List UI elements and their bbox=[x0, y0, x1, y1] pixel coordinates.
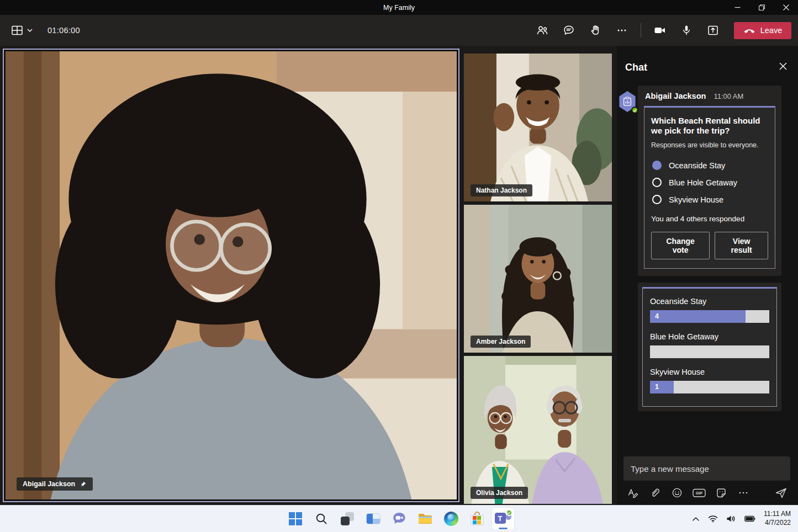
ellipsis-icon bbox=[737, 487, 749, 499]
poll-option-skyview[interactable]: Skyview House bbox=[651, 191, 768, 208]
battery-icon[interactable] bbox=[744, 515, 755, 522]
more-options-button[interactable] bbox=[609, 19, 635, 41]
search-button[interactable] bbox=[310, 508, 332, 530]
side-video-column: Nathan Jackson bbox=[464, 54, 612, 504]
poll-option-blue-hole[interactable]: Blue Hole Getaway bbox=[651, 174, 768, 191]
video-tile-nathan[interactable]: Nathan Jackson bbox=[464, 54, 612, 201]
poll-option-label: Blue Hole Getaway bbox=[669, 178, 737, 187]
participant-name-tag: Olivia Jackson bbox=[471, 487, 528, 499]
chat-close-button[interactable] bbox=[777, 60, 789, 75]
tray-time: 11:11 AM bbox=[764, 510, 791, 519]
taskbar-clock[interactable]: 11:11 AM 4/7/2022 bbox=[764, 510, 791, 527]
result-count: 4 bbox=[650, 310, 746, 323]
participant-name-tag: Abigail Jackson bbox=[17, 477, 93, 491]
emoji-button[interactable] bbox=[669, 486, 685, 499]
teams-chat-button[interactable] bbox=[388, 508, 410, 530]
teams-chat-icon bbox=[392, 511, 407, 526]
poll-card: Which Beach Rental should we pick for th… bbox=[644, 106, 775, 269]
camera-icon bbox=[653, 24, 667, 37]
chat-title: Chat bbox=[625, 62, 647, 73]
store-button[interactable] bbox=[466, 508, 488, 530]
tray-chevron-up-icon[interactable] bbox=[692, 517, 700, 522]
participant-name-tag: Nathan Jackson bbox=[471, 184, 532, 196]
wifi-icon[interactable] bbox=[708, 515, 718, 523]
poll-subtext: Responses are visible to everyone. bbox=[651, 141, 768, 149]
gif-button[interactable]: GIF bbox=[691, 486, 707, 499]
video-tile-amber[interactable]: Amber Jackson bbox=[464, 205, 612, 353]
chevron-down-icon bbox=[27, 28, 33, 33]
gallery-layout-button[interactable] bbox=[8, 22, 35, 39]
leave-button[interactable]: Leave bbox=[734, 22, 791, 39]
poll-results-card: Oceanside Stay 4 Blue Hole Getaway bbox=[642, 287, 777, 407]
format-button[interactable] bbox=[625, 486, 641, 499]
poll-clipboard-icon bbox=[623, 97, 632, 107]
poll-options: Oceanside Stay Blue Hole Getaway Skyview… bbox=[651, 157, 768, 208]
widgets-button[interactable] bbox=[362, 508, 384, 530]
edge-icon bbox=[444, 512, 458, 526]
radio-icon bbox=[652, 178, 662, 187]
start-button[interactable] bbox=[284, 508, 306, 530]
compose-more-button[interactable] bbox=[735, 486, 752, 499]
teams-icon: T bbox=[495, 511, 511, 526]
amber-portrait bbox=[464, 205, 612, 353]
view-result-button[interactable]: View result bbox=[715, 232, 768, 259]
leave-label: Leave bbox=[760, 26, 783, 35]
windows-start-icon bbox=[289, 512, 302, 525]
call-toolbar: 01:06:00 bbox=[0, 15, 798, 46]
emoji-icon bbox=[671, 487, 683, 499]
search-icon bbox=[314, 512, 329, 526]
message-time: 11:00 AM bbox=[714, 92, 743, 100]
call-timer: 01:06:00 bbox=[47, 26, 80, 35]
camera-button[interactable] bbox=[647, 19, 673, 41]
participant-name: Nathan Jackson bbox=[476, 187, 527, 194]
teams-check-badge bbox=[506, 509, 512, 516]
svg-text:GIF: GIF bbox=[696, 491, 703, 496]
raised-hand-icon bbox=[589, 24, 602, 37]
volume-icon[interactable] bbox=[726, 515, 736, 523]
send-button[interactable] bbox=[773, 486, 789, 499]
format-text-icon bbox=[627, 487, 639, 499]
task-view-button[interactable] bbox=[336, 508, 358, 530]
result-blue-hole: Blue Hole Getaway bbox=[650, 332, 769, 358]
sticker-button[interactable] bbox=[713, 486, 730, 499]
gallery-grid-icon bbox=[10, 24, 24, 37]
send-icon bbox=[774, 487, 788, 499]
radio-icon bbox=[652, 195, 662, 204]
poll-option-oceanside[interactable]: Oceanside Stay bbox=[651, 157, 768, 174]
tray-date: 4/7/2022 bbox=[764, 519, 791, 528]
message-input[interactable] bbox=[623, 456, 790, 481]
meeting-stage: Abigail Jackson bbox=[0, 46, 798, 505]
raise-hand-button[interactable] bbox=[582, 19, 609, 41]
titlebar: My Family bbox=[0, 0, 798, 15]
change-vote-button[interactable]: Change vote bbox=[651, 232, 710, 259]
file-explorer-button[interactable] bbox=[414, 508, 436, 530]
taskbar-app-icons: T bbox=[284, 506, 514, 532]
chat-toggle-button[interactable] bbox=[556, 19, 582, 41]
video-tile-abigail[interactable]: Abigail Jackson bbox=[3, 49, 459, 502]
avatar-column bbox=[618, 86, 638, 411]
hang-up-icon bbox=[743, 27, 755, 34]
result-label: Oceanside Stay bbox=[650, 297, 769, 306]
poll-message: Abigail Jackson 11:00 AM Which Beach Ren… bbox=[618, 86, 789, 411]
chat-messages: Abigail Jackson 11:00 AM Which Beach Ren… bbox=[617, 79, 798, 453]
close-icon bbox=[779, 62, 787, 70]
poll-question: Which Beach Rental should we pick for th… bbox=[651, 116, 768, 135]
windows-taskbar: T 11:11 AM bbox=[0, 505, 798, 532]
presence-available-icon bbox=[631, 107, 638, 114]
gif-icon: GIF bbox=[692, 487, 706, 499]
edge-button[interactable] bbox=[440, 508, 462, 530]
pin-icon bbox=[80, 481, 87, 488]
participants-button[interactable] bbox=[529, 19, 556, 41]
paperclip-icon bbox=[649, 487, 661, 499]
video-tile-olivia[interactable]: Olivia Jackson bbox=[464, 356, 612, 504]
participant-name-tag: Amber Jackson bbox=[471, 336, 531, 348]
participant-name: Amber Jackson bbox=[476, 338, 525, 345]
microphone-button[interactable] bbox=[673, 19, 700, 41]
attach-button[interactable] bbox=[647, 486, 663, 499]
teams-app-button[interactable]: T bbox=[492, 508, 514, 530]
chat-bubble-icon bbox=[562, 24, 575, 37]
microphone-icon bbox=[680, 24, 693, 37]
abigail-portrait bbox=[6, 51, 457, 499]
poll-responded-text: You and 4 others responded bbox=[651, 215, 768, 223]
share-screen-button[interactable] bbox=[700, 19, 726, 41]
